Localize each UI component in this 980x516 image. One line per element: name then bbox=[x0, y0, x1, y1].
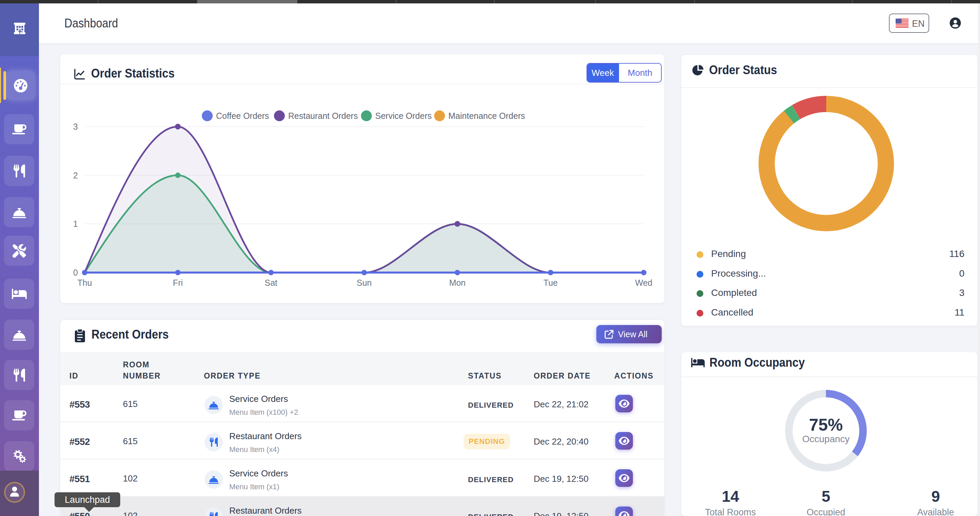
svg-text:Occupancy: Occupancy bbox=[802, 434, 850, 444]
svg-text:2: 2 bbox=[73, 171, 78, 180]
svg-text:75%: 75% bbox=[809, 416, 843, 434]
svg-text:Maintenance Orders: Maintenance Orders bbox=[449, 111, 525, 121]
svg-text:Coffee Orders: Coffee Orders bbox=[216, 111, 269, 121]
svg-text:Mon: Mon bbox=[449, 278, 466, 287]
svg-text:Fri: Fri bbox=[173, 278, 183, 287]
svg-text:3: 3 bbox=[73, 122, 78, 131]
svg-text:Sun: Sun bbox=[356, 278, 371, 287]
svg-text:Wed: Wed bbox=[635, 278, 652, 287]
svg-text:0: 0 bbox=[73, 268, 78, 277]
svg-text:Tue: Tue bbox=[544, 278, 558, 287]
svg-text:Service Orders: Service Orders bbox=[375, 111, 432, 121]
svg-text:Thu: Thu bbox=[77, 278, 92, 287]
svg-text:1: 1 bbox=[73, 219, 78, 229]
svg-text:Sat: Sat bbox=[265, 278, 278, 287]
svg-text:Restaurant Orders: Restaurant Orders bbox=[288, 111, 358, 121]
